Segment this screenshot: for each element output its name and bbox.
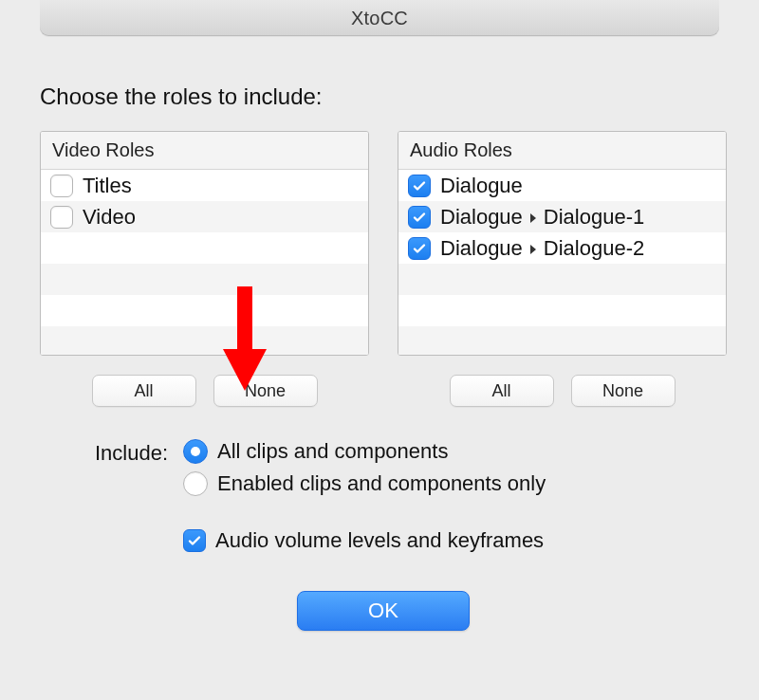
audio-role-label-post: Dialogue-1 (544, 205, 644, 230)
checkbox-checked-icon[interactable] (408, 237, 431, 260)
audio-role-label-pre: Dialogue (440, 236, 523, 261)
radio-checked-icon[interactable] (183, 439, 208, 464)
audio-role-label-post: Dialogue-2 (544, 236, 644, 261)
audio-none-button[interactable]: None (571, 375, 676, 407)
audio-roles-list: Audio Roles Dialogue Dialogue (398, 131, 727, 356)
video-roles-list: Video Roles Titles Video (40, 131, 369, 356)
checkbox-checked-icon[interactable] (408, 206, 431, 229)
video-all-button[interactable]: All (92, 375, 196, 407)
audio-role-row[interactable]: Dialogue Dialogue-1 (398, 201, 726, 232)
include-option-label: Enabled clips and components only (217, 471, 546, 496)
caret-right-icon (528, 236, 538, 261)
audio-role-row[interactable]: Dialogue Dialogue-2 (398, 232, 726, 264)
audio-all-button[interactable]: All (450, 375, 554, 407)
checkbox-unchecked-icon[interactable] (50, 206, 73, 229)
radio-unchecked-icon[interactable] (183, 471, 208, 496)
include-option-label: Audio volume levels and keyframes (215, 528, 544, 553)
audio-role-label-pre: Dialogue (440, 205, 523, 230)
video-roles-header: Video Roles (41, 132, 368, 170)
include-option-label: All clips and components (217, 439, 448, 464)
window-title: XtoCC (40, 0, 719, 36)
audio-roles-header: Audio Roles (398, 132, 726, 170)
video-role-label: Video (83, 205, 136, 230)
checkbox-checked-icon[interactable] (183, 529, 206, 552)
video-role-row[interactable]: Video (41, 201, 368, 232)
video-role-label: Titles (83, 174, 132, 198)
ok-button[interactable]: OK (297, 591, 470, 631)
audio-role-row[interactable]: Dialogue (398, 170, 726, 201)
include-option-all[interactable]: All clips and components (183, 439, 546, 464)
include-audio-keyframes[interactable]: Audio volume levels and keyframes (183, 528, 546, 553)
video-none-button[interactable]: None (213, 375, 318, 407)
include-label: Include: (95, 441, 168, 466)
video-role-row[interactable]: Titles (41, 170, 368, 201)
audio-role-label: Dialogue (440, 174, 523, 198)
checkbox-checked-icon[interactable] (408, 175, 431, 197)
include-option-enabled[interactable]: Enabled clips and components only (183, 471, 546, 496)
caret-right-icon (528, 205, 538, 230)
checkbox-unchecked-icon[interactable] (50, 175, 73, 197)
page-heading: Choose the roles to include: (40, 83, 727, 110)
